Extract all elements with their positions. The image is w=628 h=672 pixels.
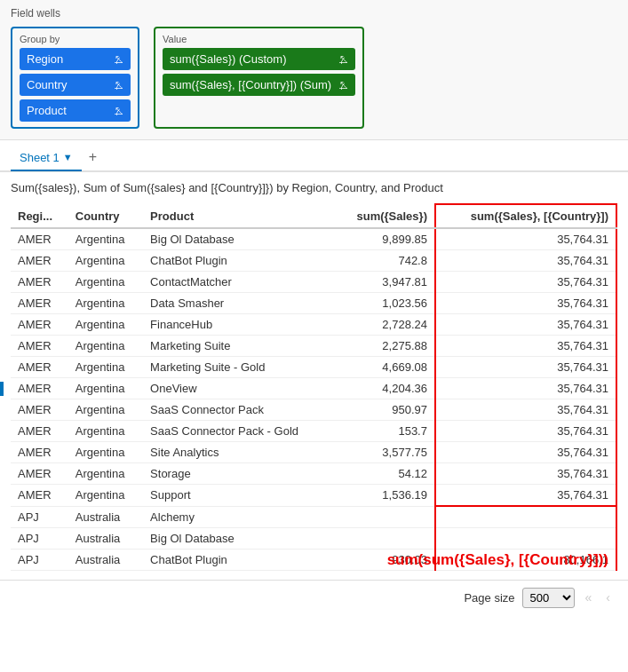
table-row: AMERArgentinaSite Analytics3,577.7535,76… bbox=[11, 442, 616, 463]
pagination-bar: Page size 500 100 1000 « ‹ bbox=[0, 580, 628, 615]
cell-region: APJ bbox=[11, 549, 68, 570]
pill-country[interactable]: Country ⦩ bbox=[20, 74, 131, 96]
table-body: AMERArgentinaBig Ol Database9,899.8535,7… bbox=[11, 228, 616, 570]
cell-sumSales: 3,577.75 bbox=[334, 442, 435, 463]
cell-sumSalesCountry: 35,764.31 bbox=[435, 463, 616, 485]
value-container: Value sum({Sales}) (Custom) ⦩ sum({Sales… bbox=[154, 27, 364, 129]
cell-sumSalesCountry: 35,764.31 bbox=[435, 485, 616, 507]
pill-product-chevron: ⦩ bbox=[114, 106, 123, 116]
cell-region: AMER bbox=[11, 293, 68, 314]
pill-product[interactable]: Product ⦩ bbox=[20, 99, 131, 122]
cell-product: SaaS Connector Pack - Gold bbox=[143, 421, 334, 442]
data-table: Regi... Country Product sum({Sales}) sum… bbox=[11, 203, 617, 571]
cell-sumSalesCountry: 35,764.31 bbox=[435, 314, 616, 336]
pill-sum-sales-country-chevron: ⦩ bbox=[338, 80, 348, 91]
cell-sumSalesCountry: 35,764.31 bbox=[435, 228, 616, 250]
group-by-container: Group by Region ⦩ Country ⦩ Product ⦩ bbox=[11, 27, 139, 129]
cell-region: AMER bbox=[11, 442, 68, 463]
table-row: AMERArgentinaChatBot Plugin742.835,764.3… bbox=[11, 250, 616, 272]
cell-region: AMER bbox=[11, 228, 68, 250]
cell-sumSalesCountry: 35,764.31 bbox=[435, 293, 616, 314]
sheet-tab-chevron: ▼ bbox=[63, 152, 73, 162]
cell-product: Storage bbox=[143, 463, 334, 485]
cell-sumSalesCountry: 35,764.31 bbox=[435, 421, 616, 442]
pill-sum-sales-custom[interactable]: sum({Sales}) (Custom) ⦩ bbox=[163, 48, 355, 70]
cell-sumSales: 2,728.24 bbox=[334, 314, 435, 336]
cell-sumSalesCountry bbox=[435, 506, 616, 527]
cell-sumSalesCountry: 35,764.31 bbox=[435, 378, 616, 399]
cell-product: Marketing Suite - Gold bbox=[143, 357, 334, 378]
table-row: AMERArgentinaMarketing Suite2,275.8835,7… bbox=[11, 336, 616, 357]
cell-sumSales bbox=[334, 506, 435, 527]
pill-country-chevron: ⦩ bbox=[114, 80, 123, 91]
first-page-button[interactable]: « bbox=[582, 589, 596, 606]
cell-country: Argentina bbox=[68, 357, 143, 378]
cell-country: Australia bbox=[68, 527, 143, 549]
cell-country: Argentina bbox=[68, 421, 143, 442]
cell-country: Argentina bbox=[68, 250, 143, 272]
table-row: AMERArgentinaSupport1,536.1935,764.31 bbox=[11, 485, 616, 507]
pill-sum-sales-country-label: sum({Sales}, [{Country}]) (Sum) bbox=[170, 78, 331, 91]
cell-sumSalesCountry: 35,764.31 bbox=[435, 272, 616, 293]
data-table-wrapper[interactable]: Regi... Country Product sum({Sales}) sum… bbox=[11, 203, 617, 571]
table-header: Regi... Country Product sum({Sales}) sum… bbox=[11, 204, 616, 228]
cell-country: Australia bbox=[68, 506, 143, 527]
field-wells-row: Group by Region ⦩ Country ⦩ Product ⦩ Va… bbox=[11, 27, 617, 129]
pill-sum-sales-country[interactable]: sum({Sales}, [{Country}]) (Sum) ⦩ bbox=[163, 74, 355, 96]
prev-page-button[interactable]: ‹ bbox=[602, 589, 614, 606]
cell-product: FinanceHub bbox=[143, 314, 334, 336]
cell-country: Argentina bbox=[68, 399, 143, 421]
cell-country: Argentina bbox=[68, 228, 143, 250]
table-row: AMERArgentinaBig Ol Database9,899.8535,7… bbox=[11, 228, 616, 250]
cell-sumSales: 1,536.19 bbox=[334, 485, 435, 507]
cell-product: Site Analytics bbox=[143, 442, 334, 463]
page-size-label: Page size bbox=[464, 591, 514, 605]
cell-product: ChatBot Plugin bbox=[143, 250, 334, 272]
col-header-product: Product bbox=[143, 204, 334, 228]
table-row: APJAustraliaAlchemy bbox=[11, 506, 616, 527]
group-by-label: Group by bbox=[20, 34, 131, 44]
cell-region: AMER bbox=[11, 272, 68, 293]
cell-country: Argentina bbox=[68, 314, 143, 336]
pill-region-chevron: ⦩ bbox=[114, 54, 123, 65]
cell-sumSales: 2,275.88 bbox=[334, 336, 435, 357]
table-row: AMERArgentinaContactMatcher3,947.8135,76… bbox=[11, 272, 616, 293]
pill-product-label: Product bbox=[27, 104, 67, 117]
cell-region: AMER bbox=[11, 314, 68, 336]
chart-container: Sum({sales}), Sum of Sum({sales} and [{C… bbox=[0, 172, 628, 615]
cell-country: Argentina bbox=[68, 485, 143, 507]
col-header-sum-sales: sum({Sales}) bbox=[334, 204, 435, 228]
value-label: Value bbox=[163, 34, 355, 44]
cell-sumSales: 153.7 bbox=[334, 421, 435, 442]
cell-region: AMER bbox=[11, 250, 68, 272]
cell-product: SaaS Connector Pack bbox=[143, 399, 334, 421]
chart-title: Sum({sales}), Sum of Sum({sales} and [{C… bbox=[11, 181, 617, 194]
cell-region: APJ bbox=[11, 506, 68, 527]
left-indicator bbox=[0, 382, 4, 396]
page-size-select[interactable]: 500 100 1000 bbox=[522, 588, 575, 608]
cell-region: APJ bbox=[11, 527, 68, 549]
cell-product: Data Smasher bbox=[143, 293, 334, 314]
cell-sumSalesCountry: 35,764.31 bbox=[435, 442, 616, 463]
tooltip-label: sum(sum({Sales}, [{Country}])) bbox=[387, 551, 608, 569]
add-sheet-button[interactable]: + bbox=[82, 144, 104, 170]
table-header-row: Regi... Country Product sum({Sales}) sum… bbox=[11, 204, 616, 228]
cell-product: OneView bbox=[143, 378, 334, 399]
cell-sumSales: 1,023.56 bbox=[334, 293, 435, 314]
pill-region[interactable]: Region ⦩ bbox=[20, 48, 131, 70]
cell-sumSales bbox=[334, 527, 435, 549]
sheet-tabs-bar: Sheet 1 ▼ + bbox=[0, 140, 628, 172]
cell-sumSales: 54.12 bbox=[334, 463, 435, 485]
cell-country: Argentina bbox=[68, 293, 143, 314]
pill-sum-sales-custom-label: sum({Sales}) (Custom) bbox=[170, 52, 286, 66]
cell-product: Big Ol Database bbox=[143, 228, 334, 250]
cell-product: Alchemy bbox=[143, 506, 334, 527]
sheet-tab-1[interactable]: Sheet 1 ▼ bbox=[11, 146, 82, 171]
cell-region: AMER bbox=[11, 336, 68, 357]
cell-sumSalesCountry bbox=[435, 527, 616, 549]
cell-country: Argentina bbox=[68, 336, 143, 357]
cell-country: Argentina bbox=[68, 378, 143, 399]
table-row: AMERArgentinaSaaS Connector Pack - Gold1… bbox=[11, 421, 616, 442]
cell-sumSales: 742.8 bbox=[334, 250, 435, 272]
cell-region: AMER bbox=[11, 378, 68, 399]
